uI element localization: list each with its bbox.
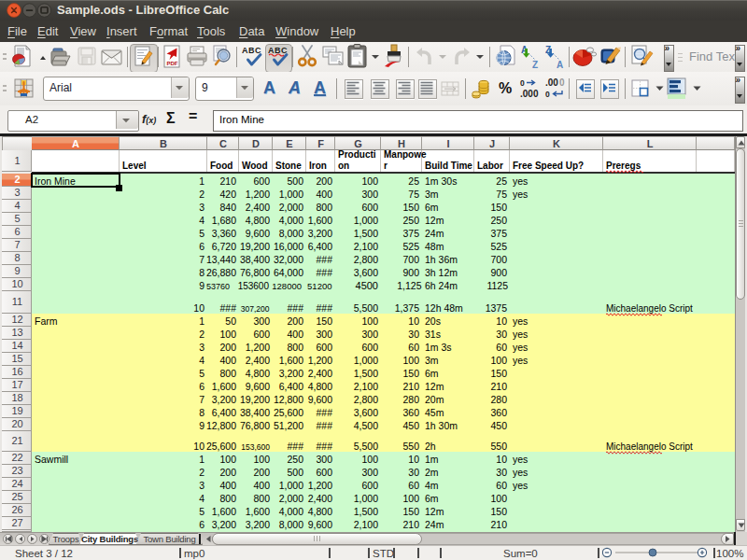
svg-text:0: 0 (545, 90, 550, 99)
svg-text:.00: .00 (545, 77, 558, 88)
svg-text:Z: Z (532, 60, 538, 69)
svg-text:PDF: PDF (167, 61, 178, 66)
svg-text:0: 0 (559, 77, 565, 88)
svg-text:.000: .000 (520, 89, 539, 99)
svg-text:ABC: ABC (242, 46, 261, 55)
svg-text:0: 0 (520, 78, 525, 88)
svg-text:A: A (557, 60, 563, 69)
